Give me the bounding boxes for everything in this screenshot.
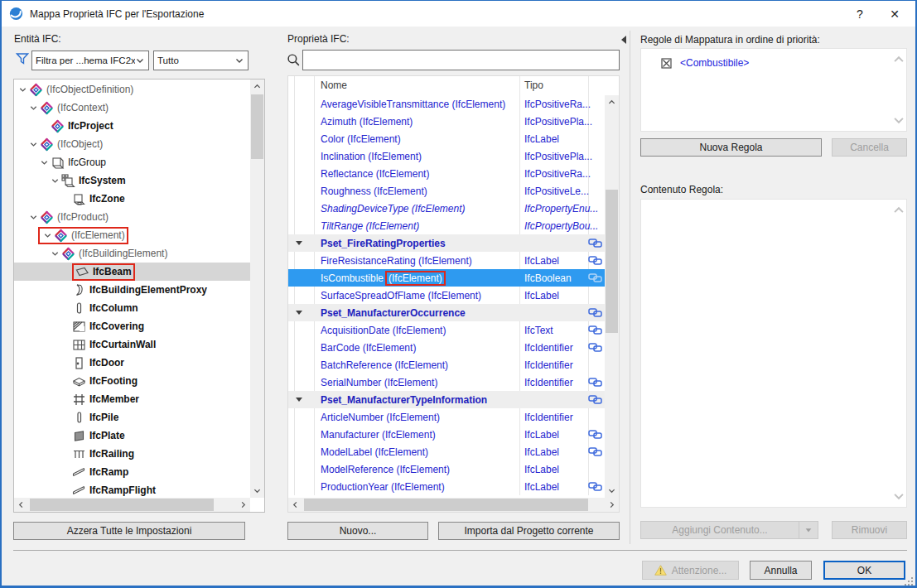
reset-all-settings-button[interactable]: Azzera Tutte le Impostazioni [13, 522, 245, 540]
scroll-up-icon[interactable] [893, 205, 905, 216]
scroll-up-icon[interactable] [893, 54, 905, 65]
titlebar[interactable]: Mappa Proprietà IFC per l'Esportazione [2, 1, 915, 27]
property-group-row[interactable]: Pset_ManufacturerTypeInformation [288, 391, 605, 408]
property-row[interactable]: ProductionYear (IfcElement)IfcLabel [288, 478, 605, 495]
chevron-down-icon[interactable] [49, 176, 61, 186]
property-search-input[interactable] [302, 50, 620, 70]
property-row[interactable]: BatchReference (IfcElement)IfcIdentifier [288, 356, 605, 374]
scroll-right-icon[interactable] [236, 498, 250, 512]
help-button[interactable]: ? [846, 1, 874, 27]
chevron-down-icon[interactable] [38, 158, 51, 167]
property-row[interactable]: Reflectance (IfcElement)IfcPositiveRa... [288, 165, 605, 182]
remove-content-button[interactable]: Rimuovi [832, 521, 907, 539]
add-content-dropdown-button[interactable] [799, 521, 818, 539]
scroll-thumb[interactable] [304, 499, 588, 511]
tree-item-ifcbuildingelementproxy[interactable]: IfcBuildingElementProxy [14, 281, 250, 299]
table-vertical-scrollbar[interactable] [605, 95, 619, 498]
property-row[interactable]: Inclination (IfcElement)IfcPositivePla..… [288, 147, 605, 165]
tree-item-ifcbeam[interactable]: IfcBeam [14, 263, 250, 281]
resize-grip[interactable] [905, 575, 914, 584]
tree-item-ifccontext[interactable]: (IfcContext) [14, 99, 250, 117]
tree-item-ifcplate[interactable]: IfcPlate [14, 427, 250, 445]
mapping-rule-item[interactable]: <Combustibile> [641, 54, 893, 72]
property-row[interactable]: SurfaceSpreadOfFlame (IfcElement)IfcLabe… [288, 287, 605, 304]
tree-item-ifcobject[interactable]: (IfcObject) [14, 135, 250, 153]
chevron-down-icon[interactable] [17, 85, 29, 94]
new-property-button[interactable]: Nuovo... [287, 522, 428, 540]
tree-item-ifcfooting[interactable]: IfcFooting [14, 372, 250, 390]
tree-item-ifcproduct[interactable]: (IfcProduct) [14, 208, 250, 226]
tree-item-ifcrailing[interactable]: IfcRailing [14, 445, 250, 463]
add-content-button[interactable]: Aggiungi Contenuto... [640, 521, 799, 539]
tree-item-ifcmember[interactable]: IfcMember [14, 390, 250, 408]
chevron-down-icon[interactable] [27, 213, 40, 222]
property-group-row[interactable]: Pset_FireRatingProperties [288, 234, 605, 252]
tree-item-ifcrampflight[interactable]: IfcRampFlight [14, 481, 250, 498]
scroll-right-icon[interactable] [605, 498, 619, 512]
scroll-down-icon[interactable] [250, 484, 264, 498]
tree-item-ifcdoor[interactable]: IfcDoor [14, 354, 250, 372]
property-row[interactable]: AcquisitionDate (IfcElement)IfcText [288, 321, 605, 339]
collapse-triangle-icon[interactable] [296, 311, 302, 315]
tree-item-ifczone[interactable]: IfcZone [14, 190, 250, 208]
property-row[interactable]: BarCode (IfcElement)IfcIdentifier [288, 339, 605, 356]
import-from-project-button[interactable]: Importa dal Progetto corrente [438, 522, 620, 540]
chevron-down-icon[interactable] [41, 231, 54, 240]
column-header-type[interactable]: Tipo [524, 80, 543, 91]
tree-item-ifcobjectdefinition[interactable]: (IfcObjectDefinition) [14, 80, 250, 99]
tree-item-ifcproject[interactable]: IfcProject [14, 117, 250, 135]
delete-rule-button[interactable]: Cancella [832, 138, 907, 157]
property-row[interactable]: ModelLabel (IfcElement)IfcLabel [288, 443, 605, 460]
scroll-left-icon[interactable] [14, 498, 28, 512]
chevron-down-icon[interactable] [49, 249, 61, 258]
scope-filter-select[interactable]: Tutto [153, 51, 249, 70]
chevron-down-icon[interactable] [27, 140, 40, 149]
scroll-thumb[interactable] [30, 499, 214, 511]
table-horizontal-scrollbar[interactable] [288, 498, 619, 512]
close-button[interactable]: ✕ [881, 1, 909, 27]
property-row[interactable]: AverageVisibleTransmittance (IfcElement)… [288, 95, 605, 113]
tree-item-ifccovering[interactable]: IfcCovering [14, 317, 250, 335]
tree-item-ifccolumn[interactable]: IfcColumn [14, 299, 250, 317]
scroll-down-icon[interactable] [605, 484, 619, 498]
tree-item-ifcbuildingelement[interactable]: (IfcBuildingElement) [14, 244, 250, 263]
property-row[interactable]: FireResistanceRating (IfcElement)IfcLabe… [288, 252, 605, 269]
property-group-row[interactable]: Pset_ManufacturerOccurrence [288, 304, 605, 321]
column-header-name[interactable]: Nome [321, 80, 347, 91]
tree-item-ifcelement[interactable]: (IfcElement) [14, 226, 250, 244]
collapse-panel-chevron-left-icon[interactable] [621, 36, 626, 44]
tree-item-ifcgroup[interactable]: IfcGroup [14, 153, 250, 171]
property-row[interactable]: ModelReference (IfcElement)IfcLabel [288, 460, 605, 478]
property-row[interactable]: ShadingDeviceType (IfcElement)IfcPropert… [288, 200, 605, 217]
property-row[interactable]: SerialNumber (IfcElement)IfcIdentifier [288, 374, 605, 391]
scroll-up-icon[interactable] [250, 80, 264, 94]
schema-filter-select[interactable]: Filtra per ...hema IFC2x3 [31, 51, 149, 70]
tree-vertical-scrollbar[interactable] [250, 80, 264, 498]
chevron-down-icon[interactable] [27, 104, 40, 113]
collapse-triangle-icon[interactable] [296, 398, 302, 402]
scroll-left-icon[interactable] [288, 498, 302, 512]
scroll-thumb[interactable] [251, 94, 263, 159]
cancel-button[interactable]: Annulla [750, 561, 812, 580]
property-row[interactable]: ArticleNumber (IfcElement)IfcIdentifier [288, 408, 605, 426]
tree-item-ifcramp[interactable]: IfcRamp [14, 463, 250, 481]
tree-item-ifcsystem[interactable]: IfcSystem [14, 171, 250, 190]
attention-button[interactable]: Attenzione... [642, 561, 739, 580]
checkbox-x-icon[interactable] [661, 58, 672, 69]
property-row[interactable]: IsCombustible(IfcElement)IfcBoolean [288, 269, 605, 287]
property-row[interactable]: Manufacturer (IfcElement)IfcLabel [288, 426, 605, 443]
scroll-down-icon[interactable] [893, 490, 905, 502]
tree-item-ifccurtainwall[interactable]: IfcCurtainWall [14, 335, 250, 354]
property-row[interactable]: Azimuth (IfcElement)IfcPositivePla... [288, 113, 605, 130]
collapse-triangle-icon[interactable] [296, 241, 302, 245]
scroll-up-icon[interactable] [605, 95, 619, 109]
scroll-thumb[interactable] [606, 190, 618, 333]
tree-horizontal-scrollbar[interactable] [14, 498, 250, 512]
tree-item-ifcpile[interactable]: IfcPile [14, 408, 250, 427]
new-rule-button[interactable]: Nuova Regola [640, 138, 822, 157]
scroll-down-icon[interactable] [893, 114, 905, 126]
property-row[interactable]: Color (IfcElement)IfcLabel [288, 130, 605, 147]
ok-button[interactable]: OK [823, 561, 905, 580]
property-row[interactable]: Roughness (IfcElement)IfcPositiveLe... [288, 182, 605, 200]
property-row[interactable]: TiltRange (IfcElement)IfcPropertyBou... [288, 217, 605, 234]
